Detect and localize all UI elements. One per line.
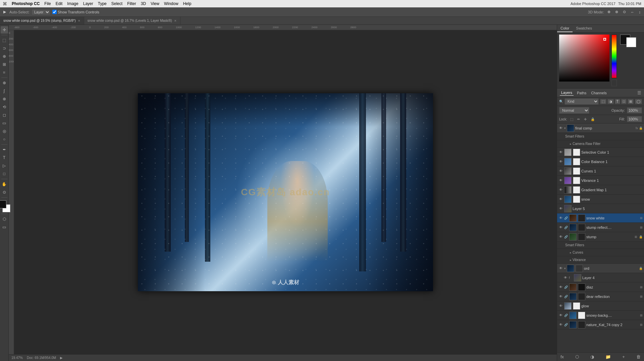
layer-diaz[interactable]: 👁 🔗 diaz ⊞ <box>557 282 644 292</box>
brush-tool[interactable]: ∫ <box>1 87 8 95</box>
fill-input[interactable] <box>627 116 642 122</box>
layer-eye-sr[interactable]: 👁 <box>558 225 563 230</box>
toolbar-btn-4[interactable]: ↔ <box>629 9 636 15</box>
opacity-input[interactable] <box>627 107 642 113</box>
tab-swatches[interactable]: Swatches <box>573 25 595 32</box>
zoom-tool[interactable]: ⊙ <box>1 189 8 196</box>
layer-eye-dr[interactable]: 👁 <box>558 294 563 299</box>
menu-layer[interactable]: Layer <box>83 1 93 6</box>
filter-shape-btn[interactable]: □ <box>621 99 627 104</box>
layer-smart-filters-1[interactable]: Smart Filters <box>557 133 644 140</box>
fg-color-box[interactable] <box>0 200 6 208</box>
filter-toggle-btn[interactable]: ◯ <box>635 99 642 104</box>
status-arrow[interactable]: ▶ <box>60 356 63 360</box>
expand-curves-st[interactable]: ▸ <box>570 251 572 254</box>
layer-curves-st[interactable]: ▸ Curves <box>557 249 644 256</box>
layer-delete-btn[interactable]: 🗑 <box>635 354 642 359</box>
history-brush-tool[interactable]: ⟲ <box>1 103 8 111</box>
hand-tool[interactable]: ✋ <box>1 180 8 188</box>
layer-final-comp[interactable]: 👁 ▾ final comp fx 🔒 <box>557 123 644 133</box>
color-fg-bg-large[interactable] <box>620 35 636 47</box>
layer-vibrance1[interactable]: 👁 Vibrance 1 <box>557 176 644 185</box>
layer-stump[interactable]: 👁 🔗 stump ⊞ 🔒 <box>557 232 644 242</box>
filter-adjust-btn[interactable]: ◑ <box>607 99 614 104</box>
layers-panel-menu[interactable]: ☰ <box>637 90 641 95</box>
lock-transparent-btn[interactable]: ⬚ <box>569 117 574 121</box>
layer-eye-cb[interactable]: 👁 <box>558 159 563 164</box>
toolbar-btn-3[interactable]: ⊙ <box>622 9 627 15</box>
channels-tab[interactable]: Channels <box>590 90 608 96</box>
layer-camera-raw[interactable]: ▸ Camera Raw Filter <box>557 140 644 148</box>
menu-image[interactable]: Image <box>67 1 78 6</box>
screen-mode-tool[interactable]: ▭ <box>1 223 8 231</box>
layer-eye-ord[interactable]: 👁 <box>558 266 563 271</box>
type-tool[interactable]: T <box>1 154 8 161</box>
layer-link-sb[interactable]: 🔗 <box>564 314 568 317</box>
layer-dear-reflection[interactable]: 👁 🔗 dear reflection ⊞ <box>557 292 644 301</box>
color-gradient-container[interactable] <box>559 35 609 82</box>
layer-eye-nk[interactable]: 👁 <box>558 322 563 327</box>
collapse-final-comp[interactable]: ▾ <box>564 126 566 130</box>
menu-help[interactable]: Help <box>183 1 192 6</box>
menu-select[interactable]: Select <box>111 1 122 6</box>
layer-eye-c1[interactable]: 👁 <box>558 169 563 173</box>
menu-view[interactable]: View <box>151 1 159 6</box>
layer-ord[interactable]: 👁 ▾ ord 🔒 <box>557 264 644 273</box>
expand-camera-raw[interactable]: ▸ <box>570 142 572 146</box>
layer-eye-sc[interactable]: 👁 <box>558 150 563 155</box>
layer-snowy-bg[interactable]: 👁 🔗 snowy-backg.... ⊞ <box>557 311 644 320</box>
layer-link-st[interactable]: 🔗 <box>564 235 568 239</box>
layer-eye-sb[interactable]: 👁 <box>558 313 563 318</box>
collapse-ord[interactable]: ▾ <box>564 267 566 270</box>
auto-select-dropdown[interactable]: Layer <box>32 9 50 15</box>
transform-controls-checkbox[interactable] <box>52 10 57 14</box>
menu-filter[interactable]: Filter <box>127 1 136 6</box>
path-select-tool[interactable]: ▷ <box>1 162 8 169</box>
layer-adjustment-btn[interactable]: ◑ <box>589 354 595 359</box>
menu-file[interactable]: File <box>44 1 51 6</box>
layer-snow-white[interactable]: 👁 🔗 snow white ⊞ <box>557 213 644 223</box>
layers-list[interactable]: 👁 ▾ final comp fx 🔒 Smart Filters ▸ Came… <box>557 123 644 352</box>
toolbar-btn-5[interactable]: ↕ <box>638 9 642 15</box>
paths-tab[interactable]: Paths <box>576 90 588 96</box>
layer-snow[interactable]: 👁 snow <box>557 195 644 204</box>
layer-5[interactable]: 👁 Layer 5 <box>557 204 644 213</box>
layer-new-btn[interactable]: + <box>621 354 626 359</box>
pen-tool[interactable]: ✒ <box>1 146 8 153</box>
expand-vibrance-st[interactable]: ▸ <box>570 258 572 262</box>
filter-pixel-btn[interactable]: ⬚ <box>600 99 606 104</box>
layer-eye-gl[interactable]: 👁 <box>558 304 563 308</box>
layer-eye-final-comp[interactable]: 👁 <box>558 126 563 131</box>
layer-stump-reflect[interactable]: 👁 🔗 stump reflect.... ⊞ <box>557 223 644 232</box>
blend-mode-select[interactable]: Normal <box>559 107 589 114</box>
canvas-container[interactable]: CG素材岛 adao.cn ⊙ 人人素材 <box>14 30 557 354</box>
move-tool-options[interactable]: ▶ <box>2 9 7 15</box>
toolbar-btn-2[interactable]: ⊗ <box>614 9 620 15</box>
tab-0-close[interactable]: ✕ <box>78 19 80 22</box>
tab-color[interactable]: Color <box>557 25 573 32</box>
clone-tool[interactable]: ⊗ <box>1 95 8 103</box>
layer-link-sr[interactable]: 🔗 <box>564 226 568 229</box>
shape-tool[interactable]: □ <box>1 170 8 177</box>
toolbar-btn-1[interactable]: ⊕ <box>606 9 612 15</box>
transform-controls-label[interactable]: Show Transform Controls <box>52 10 99 14</box>
layer-eye-v1[interactable]: 👁 <box>558 178 563 183</box>
menu-window[interactable]: Window <box>164 1 178 6</box>
spot-heal-tool[interactable]: ⊕ <box>1 79 8 87</box>
layer-group-btn[interactable]: 📁 <box>604 354 612 359</box>
quick-mask-tool[interactable]: ⬡ <box>1 215 8 223</box>
layer-vibrance-st[interactable]: ▸ Vibrance <box>557 256 644 264</box>
hue-slider[interactable] <box>611 35 617 78</box>
layer-link-nk[interactable]: 🔗 <box>564 323 568 326</box>
layer-eye-l5[interactable]: 👁 <box>558 206 563 211</box>
filter-type-btn[interactable]: T <box>615 99 620 104</box>
lock-position-btn[interactable]: ✛ <box>583 117 588 121</box>
layer-eye-st[interactable]: 👁 <box>558 235 563 239</box>
marquee-tool[interactable]: ⬚ <box>1 37 8 44</box>
menu-type[interactable]: Type <box>98 1 107 6</box>
layer-eye-gm[interactable]: 👁 <box>558 188 563 192</box>
layer-link-dr[interactable]: 🔗 <box>564 295 568 298</box>
fg-bg-colors[interactable] <box>0 200 10 212</box>
eyedropper-tool[interactable]: ⌗ <box>1 69 8 76</box>
tab-0[interactable]: snow white comp.psd @ 19.5% (stump, RGB/… <box>0 17 84 24</box>
